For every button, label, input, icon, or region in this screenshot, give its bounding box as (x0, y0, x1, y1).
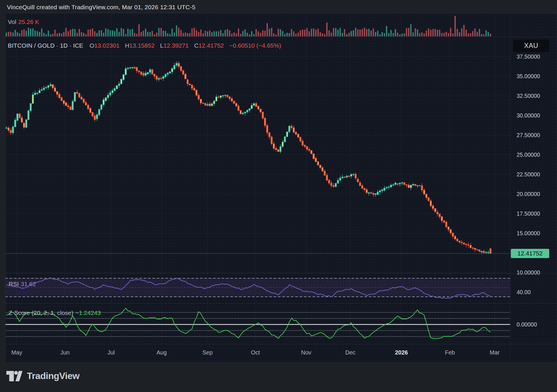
open-value: 13.02301 (94, 42, 120, 49)
price-axis-label: 25.00000 (517, 152, 540, 158)
volume-value: 25.26 K (18, 18, 39, 25)
page: { "header": { "title": "VinceQuill creat… (0, 0, 557, 392)
open-label: O (89, 42, 94, 49)
price-axis-label: 22.50000 (517, 171, 540, 178)
time-axis-label: Jun (53, 348, 76, 357)
currency-badge[interactable]: XAU (513, 39, 550, 53)
high-label: H (125, 42, 129, 49)
time-axis-label: Sep (196, 348, 219, 357)
time-axis-label: May (5, 348, 28, 357)
zscore-value: −1.24243 (75, 309, 101, 316)
price-axis-label: 17.50000 (517, 210, 540, 217)
header-attribution: VinceQuill created with TradingView.com,… (7, 3, 195, 12)
time-axis-label: 2026 (390, 348, 413, 357)
price-axis-label: 27.50000 (517, 132, 540, 138)
price-axis-label: 37.50000 (517, 53, 540, 60)
tradingview-logo-icon (6, 371, 23, 381)
price-axis-label: 32.50000 (517, 93, 540, 99)
time-axis-label: Aug (150, 348, 173, 357)
change-value: −0.60510 (−4.65%) (229, 42, 281, 49)
time-axis-label: Dec (339, 348, 362, 357)
rsi-label: RSI (9, 281, 19, 287)
price-axis-label: 10.00000 (517, 269, 540, 276)
time-axis-label: Oct (244, 348, 267, 357)
price-axis-label: 30.00000 (517, 112, 540, 119)
zscore-legend[interactable]: Z Score (20, 2, 1, close)−1.24243 (9, 309, 103, 316)
zscore-axis-label: 0.00000 (517, 321, 537, 328)
time-axis-label: Mar (483, 348, 506, 357)
price-axis-label: 35.00000 (517, 73, 540, 79)
tradingview-logo-text: TradingView (27, 371, 79, 381)
high-value: 13.15852 (129, 42, 155, 49)
time-axis-label: Jul (100, 348, 123, 357)
last-price-badge: 12.41752 (511, 249, 549, 258)
close-value: 12.41752 (199, 42, 224, 49)
low-label: L (160, 42, 164, 49)
zscore-label: Z Score (20, 2, 1, close) (9, 309, 73, 316)
rsi-axis-label: 40.00 (517, 289, 531, 295)
volume-label: Vol (8, 18, 16, 25)
close-label: C (194, 42, 199, 49)
time-axis-label: Feb (438, 348, 461, 357)
tradingview-logo[interactable]: TradingView (6, 371, 79, 381)
volume-legend[interactable]: Vol25.26 K (8, 18, 41, 25)
rsi-legend[interactable]: RSI31.62 (9, 281, 38, 288)
low-value: 12.39271 (163, 42, 189, 49)
price-axis-label: 20.00000 (517, 191, 540, 197)
rsi-value: 31.62 (21, 281, 36, 287)
price-axis-label: 15.00000 (517, 230, 540, 236)
symbol-title: BITCOIN / GOLD · 1D · ICE (8, 42, 83, 49)
time-axis-label: Nov (295, 348, 318, 357)
symbol-legend[interactable]: BITCOIN / GOLD · 1D · ICE O13.02301 H13.… (8, 42, 283, 49)
